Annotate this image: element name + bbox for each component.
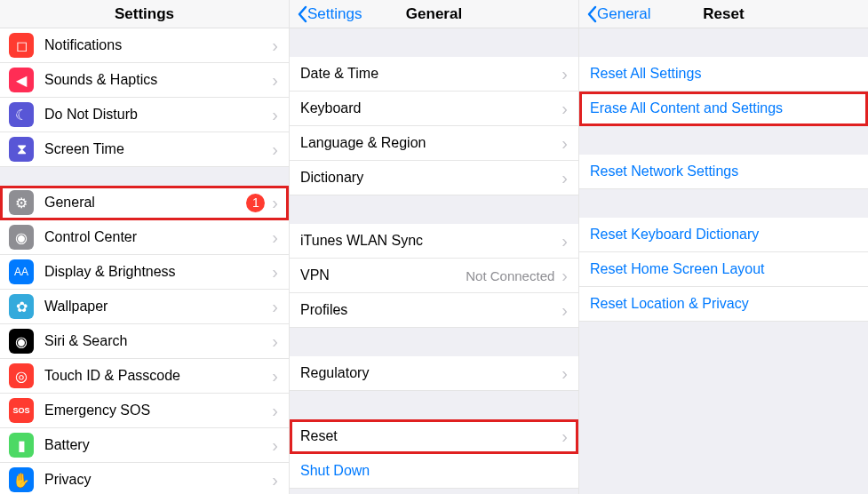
col3-row-reset-all-settings[interactable]: Reset All Settings [579,57,868,92]
general-column: Settings General Date & Time›Keyboard›La… [290,0,579,494]
chevron-right-icon: › [272,227,278,248]
row-label: Battery [44,437,272,453]
settings-row-sounds-haptics[interactable]: ◀︎Sounds & Haptics› [0,63,289,98]
chevron-right-icon: › [272,105,278,125]
group-separator [579,189,868,218]
group-separator [290,391,578,419]
reset-column: General Reset Reset All SettingsErase Al… [579,0,868,494]
settings-row-emergency-sos[interactable]: SOSEmergency SOS› [0,394,289,428]
chevron-right-icon: › [561,231,568,251]
row-label: Language & Region [300,135,561,151]
col2-row-itunes-wlan-sync[interactable]: iTunes WLAN Sync› [290,224,578,259]
chevron-right-icon: › [272,193,278,213]
reset-list: Reset All SettingsErase All Content and … [579,28,868,494]
row-label: Reset All Settings [590,66,857,82]
sos-icon: SOS [9,398,34,423]
col3-row-reset-location-privacy[interactable]: Reset Location & Privacy [579,287,868,322]
bell-icon: ◻ [9,33,34,58]
row-label: Reset Home Screen Layout [590,261,857,277]
chevron-right-icon: › [272,262,278,283]
chevron-right-icon: › [272,139,278,160]
chevron-left-icon [297,5,307,23]
siri-icon: ◉ [9,329,34,354]
group-separator [579,126,868,155]
back-to-settings-button[interactable]: Settings [297,5,362,23]
settings-row-general[interactable]: ⚙General1› [0,186,289,220]
back-label: General [597,5,650,23]
chevron-right-icon: › [272,36,278,56]
col2-row-regulatory[interactable]: Regulatory› [290,356,578,391]
settings-row-battery[interactable]: ▮Battery› [0,428,289,463]
speaker-icon: ◀︎ [9,68,34,92]
settings-row-control-center[interactable]: ◉Control Center› [0,220,289,255]
row-label: Reset [300,428,561,444]
chevron-right-icon: › [561,300,568,321]
settings-row-touch-id[interactable]: ◎Touch ID & Passcode› [0,359,289,394]
row-label: Control Center [44,229,272,245]
col3-row-reset-home-screen[interactable]: Reset Home Screen Layout [579,252,868,287]
chevron-right-icon: › [272,297,278,317]
group-separator [290,28,578,57]
row-label: Screen Time [44,141,272,157]
row-label: Do Not Disturb [44,107,272,123]
hand-icon: ✋ [9,467,34,492]
group-separator [0,167,289,186]
flower-icon: ✿ [9,294,34,319]
col3-row-reset-keyboard-dict[interactable]: Reset Keyboard Dictionary [579,218,868,252]
settings-row-wallpaper[interactable]: ✿Wallpaper› [0,290,289,324]
text-size-icon: AA [9,259,34,284]
row-detail: Not Connected [466,268,554,283]
col2-row-vpn[interactable]: VPNNot Connected› [290,259,578,293]
row-label: Emergency SOS [44,402,272,418]
row-label: Dictionary [300,170,561,186]
chevron-right-icon: › [272,401,278,421]
row-label: Display & Brightness [44,264,272,280]
chevron-right-icon: › [272,470,278,490]
reset-header: General Reset [579,0,868,28]
fingerprint-icon: ◎ [9,363,34,388]
group-separator [579,28,868,57]
row-label: Date & Time [300,66,561,82]
row-label: Reset Keyboard Dictionary [590,227,857,243]
chevron-right-icon: › [272,366,278,386]
settings-row-siri-search[interactable]: ◉Siri & Search› [0,324,289,359]
row-label: Reset Network Settings [590,163,857,179]
moon-icon: ☾ [9,102,34,127]
back-to-general-button[interactable]: General [586,5,650,23]
row-label: General [44,195,246,211]
settings-row-do-not-disturb[interactable]: ☾Do Not Disturb› [0,98,289,132]
group-separator [290,328,578,356]
row-label: Regulatory [300,365,561,381]
col2-row-date-time[interactable]: Date & Time› [290,57,578,92]
settings-list: ◻Notifications›◀︎Sounds & Haptics›☾Do No… [0,28,289,494]
row-label: Reset Location & Privacy [590,296,857,312]
col3-row-reset-network[interactable]: Reset Network Settings [579,155,868,189]
chevron-right-icon: › [561,133,568,154]
back-label: Settings [307,5,362,23]
col2-row-language-region[interactable]: Language & Region› [290,126,578,161]
settings-column: Settings ◻Notifications›◀︎Sounds & Hapti… [0,0,290,494]
notification-badge: 1 [246,194,265,212]
settings-row-privacy[interactable]: ✋Privacy› [0,463,289,494]
col2-row-dictionary[interactable]: Dictionary› [290,161,578,195]
hourglass-icon: ⧗ [9,137,34,162]
row-label: VPN [300,267,466,283]
chevron-right-icon: › [561,99,568,119]
chevron-left-icon [586,5,597,23]
settings-row-notifications[interactable]: ◻Notifications› [0,28,289,63]
col2-row-shut-down[interactable]: Shut Down [290,454,578,489]
settings-row-screen-time[interactable]: ⧗Screen Time› [0,132,289,167]
chevron-right-icon: › [561,363,568,384]
col2-row-keyboard[interactable]: Keyboard› [290,92,578,126]
toggles-icon: ◉ [9,225,34,250]
row-label: Wallpaper [44,299,272,315]
row-label: Profiles [300,302,561,318]
general-list: Date & Time›Keyboard›Language & Region›D… [290,28,578,494]
col2-row-profiles[interactable]: Profiles› [290,293,578,328]
col3-row-erase-all[interactable]: Erase All Content and Settings [579,92,868,126]
row-label: Siri & Search [44,333,272,349]
col2-row-reset[interactable]: Reset› [290,419,578,454]
chevron-right-icon: › [272,435,278,456]
row-label: Notifications [44,37,272,53]
settings-row-display-brightness[interactable]: AADisplay & Brightness› [0,255,289,290]
